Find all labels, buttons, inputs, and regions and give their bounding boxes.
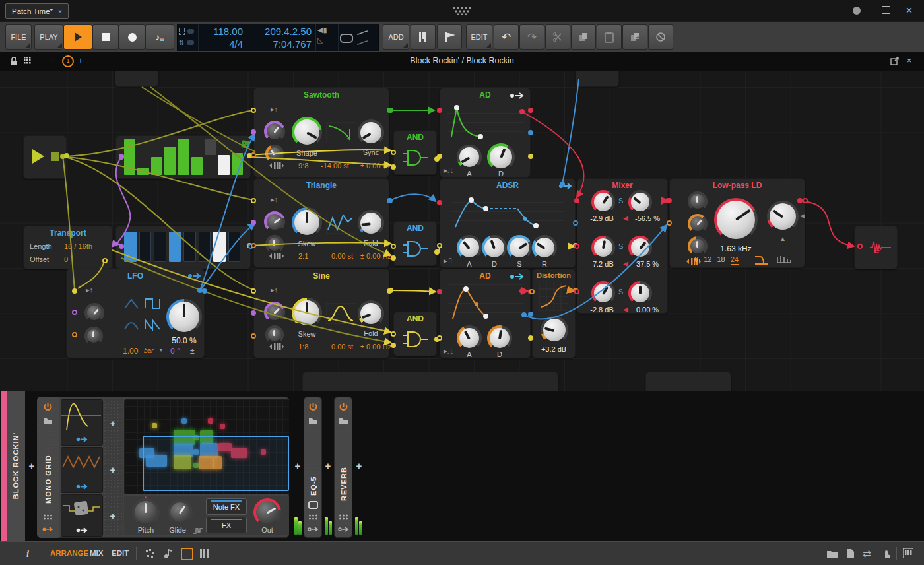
pitch-step[interactable] — [205, 139, 216, 155]
sawtooth-ratio[interactable]: 9:8 — [298, 162, 308, 170]
triangle-skew-mod-port[interactable] — [251, 220, 256, 225]
remote-controls-icon[interactable] — [339, 514, 348, 522]
and2-out-port[interactable] — [434, 249, 440, 255]
chevron-down-icon[interactable]: ▼ — [158, 347, 164, 353]
sine-mod-knob[interactable] — [264, 302, 285, 323]
preset-folder-icon[interactable] — [339, 416, 348, 424]
file-icon[interactable] — [845, 548, 855, 559]
mixer-pan-knob-3[interactable] — [628, 281, 652, 305]
module-lfo[interactable]: LFO ▸↑ 50.0 % 1.00 bar ▼ 0 ° ± — [66, 269, 205, 358]
fold-knob[interactable] — [358, 210, 384, 236]
pitch-step[interactable] — [178, 139, 189, 175]
play-out-port[interactable] — [64, 153, 69, 158]
module-sine[interactable]: Sine ▸↑ Skew Fold 1:8 0.00 st ± 0.00 Hz — [253, 269, 389, 358]
sine-fold-mod-port[interactable] — [251, 333, 256, 339]
triangle-fine[interactable]: ± 0.00 Hz — [360, 252, 391, 260]
ad1-attack-knob[interactable] — [457, 145, 482, 170]
lfo-amount-value[interactable]: 50.0 % — [164, 336, 205, 345]
grid-minimap[interactable] — [124, 399, 289, 494]
sawtooth-sync-mod-knob[interactable] — [265, 145, 284, 163]
triangle-fold-mod-knob[interactable] — [265, 235, 284, 253]
module-gate-steps[interactable]: T — [116, 226, 251, 269]
device-panel-icon[interactable] — [181, 548, 193, 560]
mixer-pan-value-1[interactable]: -56.5 % — [628, 215, 667, 222]
file-button[interactable]: FILE — [5, 24, 32, 50]
and2-in2-port[interactable] — [391, 255, 396, 261]
module-distortion[interactable]: Distortion +3.2 dB — [532, 269, 576, 358]
add-track-button[interactable] — [411, 24, 436, 50]
module-and-2[interactable]: AND — [393, 221, 437, 266]
modulator-slot-3[interactable] — [61, 494, 103, 537]
duplicate-button[interactable] — [622, 24, 647, 50]
module-and-1[interactable]: AND — [393, 130, 437, 175]
pitch-step[interactable] — [191, 157, 203, 175]
gate-step[interactable] — [124, 232, 137, 262]
shape-knob[interactable] — [292, 117, 322, 147]
sine-semitones[interactable]: 0.00 st — [331, 343, 353, 350]
ad1-decay-knob[interactable] — [487, 143, 515, 171]
mixer-pan-value-3[interactable]: 0.00 % — [628, 306, 667, 314]
ad2-mod-in-port[interactable] — [437, 335, 442, 341]
clipped-module-bottom-left[interactable] — [302, 372, 558, 391]
lfo-wave-square-icon[interactable] — [144, 296, 161, 311]
minimize-icon[interactable] — [853, 7, 861, 15]
sawtooth-sync-mod-port[interactable] — [251, 152, 256, 158]
timesig-value[interactable]: 4/4 — [200, 38, 243, 50]
lfo-wave-saw-icon[interactable] — [144, 317, 161, 332]
mono-grid-header[interactable]: MONO GRID — [37, 397, 59, 538]
sine-fold-knob[interactable] — [358, 300, 384, 327]
remote-controls-icon[interactable] — [308, 514, 318, 522]
device-eq5[interactable]: EQ-5 — [304, 397, 322, 538]
mixer-gain-value-3[interactable]: -2.8 dB — [581, 306, 623, 314]
lfo-wave-sine-icon[interactable] — [123, 319, 140, 332]
signal-flow-icon[interactable] — [42, 526, 54, 533]
mixer-solo-1[interactable]: S — [618, 197, 623, 205]
ad2-decay-knob[interactable] — [487, 325, 512, 350]
track-header[interactable]: BLOCK ROCKIN' — [7, 391, 25, 541]
play-button[interactable] — [63, 24, 92, 50]
out-knob[interactable] — [253, 498, 281, 526]
lfo-phase-knob[interactable] — [84, 303, 104, 323]
pitch-step[interactable] — [232, 153, 243, 175]
sine-fold-mod-knob[interactable] — [265, 325, 284, 344]
delete-button[interactable] — [648, 24, 673, 50]
adsr-mod-in-port[interactable] — [437, 243, 442, 248]
ad1-out-port[interactable] — [528, 154, 533, 159]
sawtooth-shape-mod-port[interactable] — [251, 129, 256, 135]
sine-fine[interactable]: ± 0.00 Hz — [360, 343, 391, 350]
lowpass-out-port[interactable] — [803, 198, 808, 203]
mixer-panel-icon[interactable] — [199, 548, 209, 558]
module-adsr[interactable]: ADSR A D S R ▸⎍ — [440, 178, 576, 268]
and1-in1-port[interactable] — [391, 150, 396, 155]
adsr-decay-knob[interactable] — [482, 235, 507, 260]
keytrack-icon[interactable] — [269, 343, 284, 350]
mixer-pan-knob-1[interactable] — [628, 190, 652, 214]
lfo-polarity[interactable]: ± — [190, 347, 195, 356]
play-menu-button[interactable]: PLAY — [34, 24, 63, 50]
editor-close-icon[interactable]: × — [907, 56, 911, 65]
and1-in2-port[interactable] — [391, 164, 396, 170]
lfo-shape-knob[interactable] — [84, 327, 103, 345]
modulator-slot-1[interactable] — [61, 399, 103, 446]
triangle-ratio[interactable]: 2:1 — [298, 252, 308, 260]
module-pitch-steps[interactable] — [116, 135, 251, 179]
adsr-attack-knob[interactable] — [457, 235, 482, 260]
slope-18[interactable]: 18 — [717, 255, 725, 265]
mute-speaker-icon[interactable]: ◀ — [623, 215, 628, 222]
expand-panel-icon[interactable] — [308, 501, 318, 509]
info-icon[interactable]: i — [26, 549, 29, 560]
lowpass-in-gain-knob[interactable] — [688, 191, 708, 211]
resonance-knob[interactable] — [767, 201, 799, 232]
ad1-gate-in-port[interactable] — [437, 108, 442, 113]
keytrack-icon[interactable] — [269, 252, 284, 260]
punch-section[interactable]: ◀▮ ◺ — [316, 24, 339, 51]
clipped-module-top-left[interactable] — [115, 71, 158, 87]
signal-flow-icon[interactable] — [308, 526, 319, 533]
add-device-button-2[interactable]: + — [323, 460, 333, 471]
and3-in2-port[interactable] — [391, 343, 396, 348]
popout-icon[interactable] — [890, 57, 899, 65]
tempo-section[interactable]: 118.00 4/4 — [199, 24, 248, 51]
mixer-solo-3[interactable]: S — [618, 288, 623, 296]
lfo-shape-port[interactable] — [72, 332, 77, 337]
gate-step[interactable] — [183, 232, 196, 262]
